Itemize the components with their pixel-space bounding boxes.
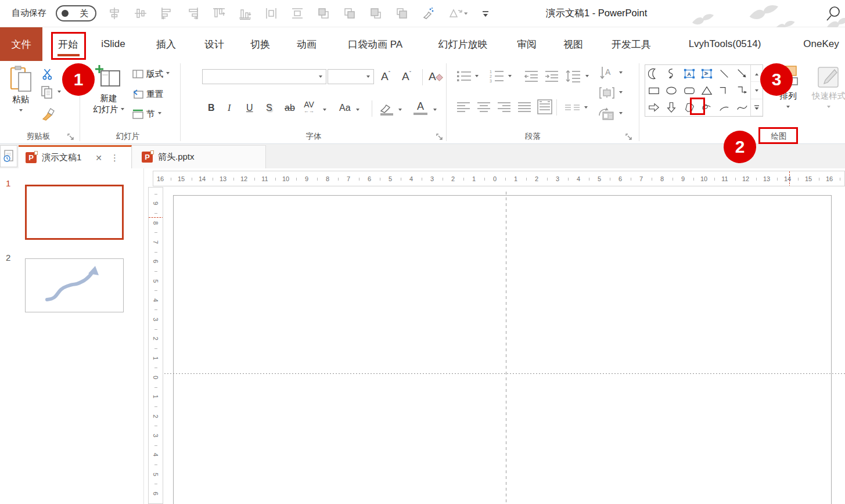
decrease-indent-button[interactable]: [524, 70, 538, 82]
send-backward-icon[interactable]: [343, 7, 356, 20]
change-case-button[interactable]: Aa: [339, 103, 351, 113]
slide-editing-surface[interactable]: [173, 195, 832, 504]
columns-button[interactable]: [564, 104, 581, 111]
shape-oval[interactable]: [663, 82, 680, 99]
font-name-combobox[interactable]: [202, 69, 326, 84]
tab-developer[interactable]: 开发工具: [612, 27, 651, 61]
convert-to-smartart-button[interactable]: [598, 107, 614, 120]
close-tab-icon[interactable]: ✕: [95, 153, 102, 163]
font-size-combobox[interactable]: [328, 69, 374, 84]
tab-onekey[interactable]: OneKey: [803, 27, 839, 61]
distribute-vertical-icon[interactable]: [291, 7, 304, 20]
animation-painter-icon[interactable]: [422, 7, 434, 20]
align-center-icon[interactable]: [108, 7, 121, 20]
justify-button[interactable]: [517, 102, 531, 112]
underline-button[interactable]: U: [246, 103, 253, 113]
paste-button[interactable]: 粘贴: [5, 64, 37, 116]
shape-elbow-arrow-connector[interactable]: [733, 82, 751, 99]
format-painter-button[interactable]: [41, 106, 56, 121]
tab-pocket-animation[interactable]: 口袋动画 PA: [348, 27, 402, 61]
text-shadow-button[interactable]: S: [266, 103, 272, 113]
vertical-guide-line[interactable]: [506, 192, 506, 504]
tab-menu-icon[interactable]: ⋮: [110, 153, 119, 163]
align-right-icon[interactable]: [186, 7, 199, 20]
shape-rounded-rectangle[interactable]: [681, 82, 698, 99]
ruler-number: 9: [305, 175, 308, 182]
new-slide-button[interactable]: 新建 幻灯片: [88, 64, 129, 115]
tab-slideshow[interactable]: 幻灯片放映: [438, 27, 488, 61]
clipboard-dialog-launcher-icon[interactable]: [67, 133, 74, 141]
tab-animations[interactable]: 动画: [297, 27, 317, 61]
paragraph-dialog-launcher-icon[interactable]: [625, 133, 632, 141]
slide-canvas-area[interactable]: 1615141312111098765432101234567891011121…: [144, 168, 845, 504]
align-middle-icon[interactable]: [134, 7, 147, 20]
bullets-button[interactable]: [456, 70, 472, 82]
copy-button[interactable]: [41, 85, 61, 99]
font-color-button[interactable]: A: [413, 100, 427, 115]
doc-tab-inactive[interactable]: P 箭头.pptx: [132, 145, 266, 168]
recent-documents-icon[interactable]: [0, 145, 17, 167]
clear-formatting-button[interactable]: A: [429, 70, 442, 83]
shape-freeform-curve[interactable]: [663, 65, 680, 82]
slide-thumbnail-2[interactable]: [25, 258, 124, 312]
align-right-button[interactable]: [497, 102, 511, 112]
shape-elbow-connector[interactable]: [715, 82, 733, 99]
send-to-back-icon[interactable]: [395, 7, 408, 20]
rotate-icon[interactable]: [448, 7, 468, 20]
qat-overflow-icon[interactable]: [481, 7, 490, 20]
section-button[interactable]: 节: [132, 109, 161, 120]
reset-button[interactable]: 重置: [132, 89, 163, 100]
increase-font-size-button[interactable]: Aˆ: [381, 70, 390, 83]
search-icon[interactable]: [825, 5, 842, 23]
tab-islide[interactable]: iSlide: [101, 27, 125, 61]
line-spacing-button[interactable]: [566, 69, 581, 83]
strikethrough-button[interactable]: ab: [285, 103, 295, 113]
shape-line-arrow[interactable]: [733, 65, 751, 82]
shape-crescent-moon[interactable]: [645, 65, 663, 82]
shape-vertical-text-box[interactable]: A: [698, 65, 715, 82]
shape-block-arrow-down[interactable]: [663, 99, 680, 116]
tab-file[interactable]: 文件: [0, 27, 42, 61]
align-top-icon[interactable]: [213, 7, 225, 20]
tab-transitions[interactable]: 切换: [250, 27, 270, 61]
shape-triangle[interactable]: [698, 82, 715, 99]
font-dialog-launcher-icon[interactable]: [436, 133, 443, 141]
tab-view[interactable]: 视图: [563, 27, 583, 61]
bring-to-front-icon[interactable]: [369, 7, 382, 20]
shape-curve[interactable]: [733, 99, 751, 116]
ruler-number: 2: [451, 175, 455, 182]
distribute-horizontal-icon[interactable]: [265, 7, 278, 20]
increase-indent-button[interactable]: [545, 70, 559, 82]
numbering-button[interactable]: 123: [489, 69, 504, 83]
slide-thumbnail-1[interactable]: [25, 185, 124, 240]
shape-line[interactable]: [715, 65, 733, 82]
align-center-button[interactable]: [477, 102, 491, 112]
tab-design[interactable]: 设计: [204, 27, 224, 61]
italic-button[interactable]: I: [228, 103, 231, 113]
text-direction-button[interactable]: A: [599, 66, 614, 82]
decrease-font-size-button[interactable]: Aˇ: [402, 70, 411, 83]
character-spacing-button[interactable]: AV ←→: [304, 99, 314, 114]
gallery-more-button[interactable]: [751, 99, 763, 116]
cut-button[interactable]: [42, 68, 55, 81]
highlight-color-button[interactable]: [379, 102, 394, 116]
tab-lvyhtools[interactable]: LvyhTools(0514): [689, 27, 761, 61]
quick-styles-button[interactable]: 快速样式: [810, 64, 845, 112]
horizontal-guide-line[interactable]: [164, 373, 845, 374]
align-left-button[interactable]: [456, 102, 470, 112]
shape-horizontal-text-box[interactable]: A: [681, 65, 698, 82]
align-left-icon[interactable]: [160, 7, 173, 20]
doc-tab-active[interactable]: P 演示文稿1 ✕ ⋮: [19, 145, 132, 168]
shape-block-arrow-right[interactable]: [645, 99, 663, 116]
shape-arc[interactable]: [715, 99, 733, 116]
align-text-button[interactable]: [599, 87, 614, 99]
tab-review[interactable]: 审阅: [517, 27, 537, 61]
bold-button[interactable]: B: [208, 103, 215, 113]
align-bottom-icon[interactable]: [239, 7, 251, 20]
shape-rectangle[interactable]: [645, 82, 663, 99]
tab-insert[interactable]: 插入: [156, 27, 176, 61]
autosave-toggle[interactable]: 关: [56, 5, 96, 21]
bring-forward-icon[interactable]: [317, 7, 330, 20]
distribute-text-button[interactable]: [537, 99, 552, 114]
layout-button[interactable]: 版式: [132, 69, 170, 80]
